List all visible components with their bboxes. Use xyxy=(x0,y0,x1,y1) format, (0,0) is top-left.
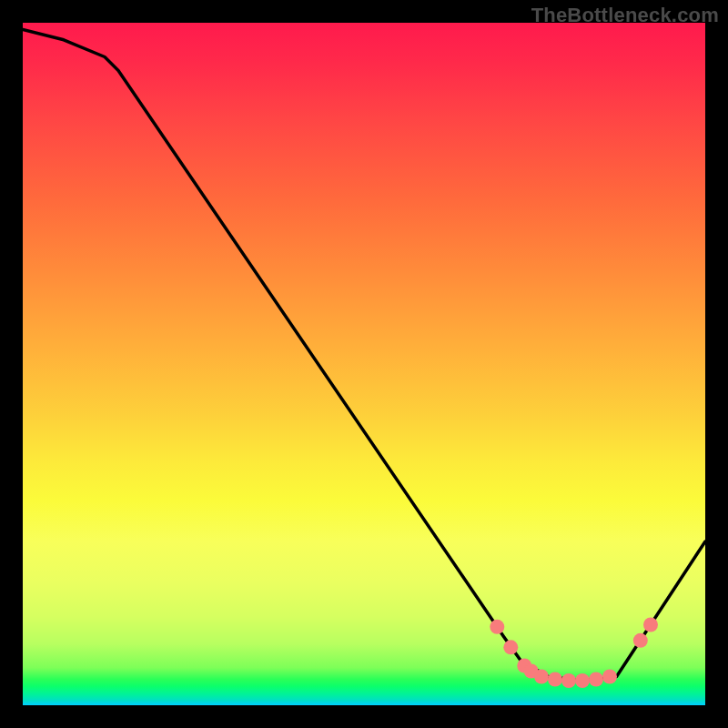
curve-layer xyxy=(23,23,705,705)
attribution-label: TheBottleneck.com xyxy=(531,4,719,27)
curve-point xyxy=(534,670,549,684)
plot-area xyxy=(23,23,705,705)
chart-frame: TheBottleneck.com xyxy=(0,0,728,728)
curve-point xyxy=(643,618,658,632)
curve-point xyxy=(490,620,504,634)
bottleneck-curve xyxy=(23,30,705,682)
curve-point xyxy=(589,672,603,687)
curve-point xyxy=(548,672,562,687)
curve-point xyxy=(575,673,590,688)
curve-point xyxy=(503,640,518,654)
curve-point xyxy=(633,633,648,648)
curve-point xyxy=(561,673,576,688)
curve-point xyxy=(602,670,617,684)
